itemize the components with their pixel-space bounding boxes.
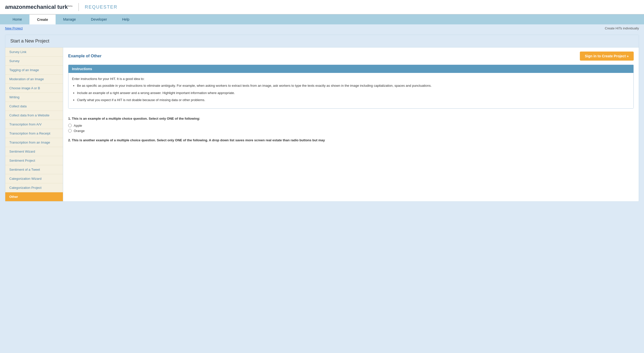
sidebar-item-transcription-receipt[interactable]: Transcription from a Receipt (5, 129, 63, 138)
content-area: Survey Link Survey Tagging of an Image M… (5, 48, 639, 201)
radio-apple-label: Apple (74, 124, 82, 127)
logo-area: amazonmechanical turkbeta REQUESTER (5, 3, 117, 11)
sign-in-button[interactable]: Sign in to Create Project » (580, 52, 634, 61)
panel-title: Example of Other (68, 54, 101, 58)
breadcrumb-bar: New Project Create HITs individually (0, 24, 644, 32)
sidebar-item-collect-data[interactable]: Collect data (5, 102, 63, 111)
radio-orange-label: Orange (74, 129, 85, 133)
requester-label: REQUESTER (85, 5, 117, 10)
instructions-body: Enter instructions for your HIT. It is a… (68, 73, 633, 108)
instructions-bullet-1: Be as specific as possible in your instr… (77, 83, 630, 89)
nav-create[interactable]: Create (29, 14, 56, 24)
radio-apple[interactable] (68, 124, 72, 127)
sidebar-item-sentiment-wizard[interactable]: Sentiment Wizard (5, 147, 63, 156)
sidebar-item-moderation-image[interactable]: Moderation of an Image (5, 75, 63, 84)
sidebar-item-tagging-image[interactable]: Tagging of an Image (5, 66, 63, 75)
instructions-header: Instructions (68, 65, 633, 73)
right-panel: Example of Other Sign in to Create Proje… (63, 48, 639, 201)
nav-developer[interactable]: Developer (84, 14, 115, 24)
nav-manage[interactable]: Manage (56, 14, 84, 24)
breadcrumb: New Project (5, 26, 23, 30)
radio-option-orange: Orange (68, 129, 634, 133)
question-2: 2. This is another example of a multiple… (68, 138, 634, 143)
sidebar-item-sentiment-tweet[interactable]: Sentiment of a Tweet (5, 165, 63, 174)
sidebar: Survey Link Survey Tagging of an Image M… (5, 48, 63, 201)
sidebar-item-categorization-wizard[interactable]: Categorization Wizard (5, 174, 63, 183)
radio-option-apple: Apple (68, 124, 634, 127)
sidebar-item-writing[interactable]: Writing (5, 93, 63, 102)
sidebar-item-transcription-image[interactable]: Transcription from an Image (5, 138, 63, 147)
question-1: 1. This is an example of a multiple choi… (68, 116, 634, 133)
main-content: Start a New Project Survey Link Survey T… (5, 35, 639, 202)
logo-divider (78, 3, 79, 11)
instructions-bullet-2: Include an example of a right answer and… (77, 91, 630, 96)
nav-home[interactable]: Home (5, 14, 29, 24)
sidebar-item-survey-link[interactable]: Survey Link (5, 48, 63, 57)
sidebar-item-choose-image[interactable]: Choose image A or B (5, 84, 63, 93)
panel-header: Example of Other Sign in to Create Proje… (68, 52, 634, 61)
nav-help[interactable]: Help (114, 14, 137, 24)
instructions-bullet-3: Clarify what you expect if a HIT is not … (77, 98, 630, 103)
nav: Home Create Manage Developer Help (0, 14, 644, 24)
sidebar-item-survey[interactable]: Survey (5, 57, 63, 66)
questions-area: 1. This is an example of a multiple choi… (68, 114, 634, 150)
question-2-text: 2. This is another example of a multiple… (68, 138, 634, 143)
sidebar-item-sentiment-project[interactable]: Sentiment Project (5, 156, 63, 165)
radio-orange[interactable] (68, 129, 72, 133)
instructions-box: Instructions Enter instructions for your… (68, 65, 634, 109)
header: amazonmechanical turkbeta REQUESTER (0, 0, 644, 14)
sidebar-item-other[interactable]: Other (5, 192, 63, 201)
sidebar-item-categorization-project[interactable]: Categorization Project (5, 183, 63, 192)
sidebar-item-collect-data-website[interactable]: Collect data from a Website (5, 111, 63, 120)
question-1-text: 1. This is an example of a multiple choi… (68, 116, 634, 121)
instructions-intro: Enter instructions for your HIT. It is a… (72, 76, 630, 82)
logo-mturk: mechanical turk (26, 4, 68, 10)
create-hits-link: Create HITs individually (605, 26, 639, 30)
logo: amazonmechanical turkbeta (5, 4, 72, 10)
project-title: Start a New Project (5, 35, 639, 48)
sidebar-item-transcription-av[interactable]: Transcription from A/V (5, 120, 63, 129)
logo-beta: beta (68, 5, 72, 7)
instructions-list: Be as specific as possible in your instr… (77, 83, 630, 103)
logo-amazon: amazon (5, 4, 26, 10)
new-project-link[interactable]: New Project (5, 26, 23, 30)
